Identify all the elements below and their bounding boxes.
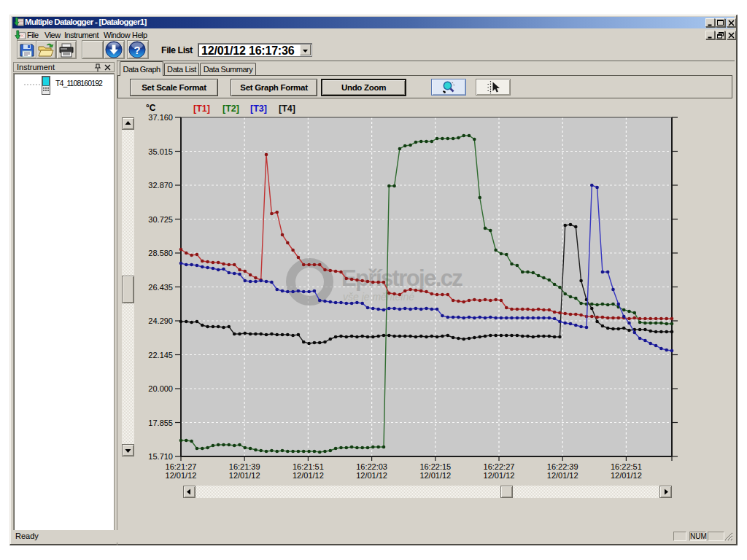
svg-text:12/01/12: 12/01/12 <box>166 471 197 480</box>
svg-text:16:22:15: 16:22:15 <box>419 462 451 471</box>
svg-text:Epřístroje.cz: Epřístroje.cz <box>341 265 462 291</box>
svg-text:35.015: 35.015 <box>148 147 173 156</box>
svg-text:12/01/12: 12/01/12 <box>229 471 260 480</box>
svg-text:16:22:51: 16:22:51 <box>611 462 642 471</box>
svg-text:12/01/12: 12/01/12 <box>611 471 642 480</box>
svg-text:16:21:39: 16:21:39 <box>229 462 260 471</box>
svg-text:22.145: 22.145 <box>148 351 173 359</box>
svg-text:32.870: 32.870 <box>148 181 173 190</box>
svg-text:[T2]: [T2] <box>222 104 239 114</box>
svg-text:[T1]: [T1] <box>193 104 210 114</box>
svg-text:28.580: 28.580 <box>148 249 173 257</box>
svg-text:[T3]: [T3] <box>250 104 267 114</box>
svg-text:12/01/12: 12/01/12 <box>293 471 324 480</box>
svg-text:12/01/12: 12/01/12 <box>419 471 451 480</box>
svg-text:16:21:51: 16:21:51 <box>293 462 324 471</box>
svg-text:12/01/12: 12/01/12 <box>356 471 387 480</box>
svg-text:30.725: 30.725 <box>148 215 173 224</box>
svg-text:vše je měřitelné: vše je měřitelné <box>343 291 414 303</box>
svg-text:17.855: 17.855 <box>148 419 173 427</box>
svg-text:20.000: 20.000 <box>148 384 173 393</box>
svg-text:16:22:39: 16:22:39 <box>547 462 578 471</box>
svg-text:15.710: 15.710 <box>148 452 173 461</box>
svg-text:16:21:27: 16:21:27 <box>166 462 197 471</box>
svg-text:°C: °C <box>146 103 156 113</box>
svg-text:?: ? <box>133 44 140 56</box>
svg-text:16:22:03: 16:22:03 <box>356 462 387 471</box>
svg-text:16:22:27: 16:22:27 <box>484 462 515 471</box>
svg-text:37.160: 37.160 <box>148 113 173 122</box>
svg-text:[T4]: [T4] <box>279 104 295 114</box>
svg-text:12/01/12: 12/01/12 <box>484 471 515 480</box>
svg-text:26.435: 26.435 <box>148 283 173 292</box>
svg-text:24.290: 24.290 <box>148 316 173 325</box>
svg-text:12/01/12: 12/01/12 <box>547 471 578 480</box>
